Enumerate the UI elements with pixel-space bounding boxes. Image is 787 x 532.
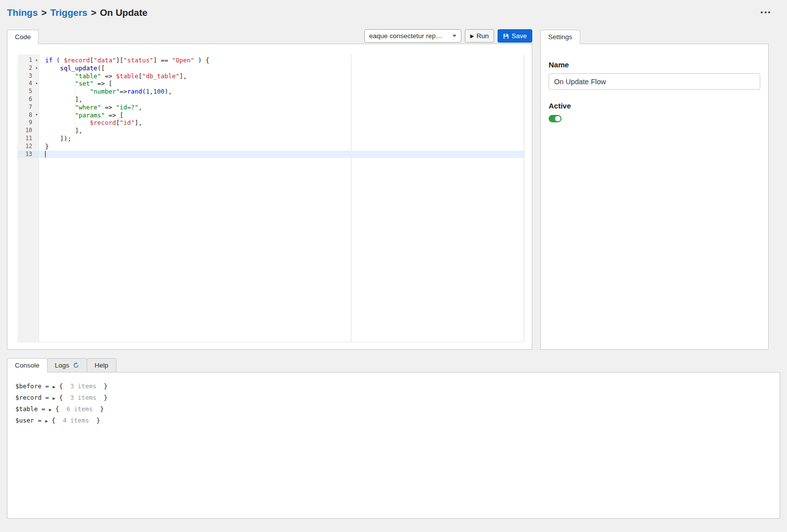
code-token: "id" [120,119,135,126]
editor-line[interactable]: 7 "where" => "id=?", [17,104,524,111]
code-line-text: "table" => $table["db_table"], [39,72,524,80]
console-close-brace: } [89,417,100,424]
gutter-cell: 11 [17,135,39,143]
editor-line[interactable]: 3 "table" => $table["db_table"], [17,72,524,80]
code-token: ) { [194,56,209,64]
settings-header: Settings [540,30,769,44]
code-token: rand [127,88,142,95]
select-caret-icon [452,35,456,37]
code-token: [ [90,56,94,64]
editor-line[interactable]: 13 [17,151,524,159]
line-number: 8 [29,111,32,119]
code-token [45,72,75,80]
toggle-knob-icon [555,116,561,121]
tab-help[interactable]: Help [87,358,116,372]
editor-line[interactable]: 9 $record["id"], [17,119,524,127]
console-var-name: $user [15,417,34,424]
play-icon: ▶ [470,34,474,39]
line-number: 2 [29,64,32,72]
code-token: if [45,56,53,64]
console-equals: = [42,382,53,390]
code-token: ], [45,96,82,103]
editor-line[interactable]: 1▾if ( $record["data"]["status"] == "Ope… [17,56,524,64]
code-token: ], [179,72,187,80]
flow-select[interactable]: eaque consectetur rep… [364,29,461,43]
gutter-cell: 8▾ [17,111,39,119]
tab-logs[interactable]: Logs [47,358,87,372]
console-close-brace: } [93,405,104,413]
console-close-brace: } [96,394,108,401]
gutter-cell: 12 [17,143,39,151]
active-toggle[interactable] [549,115,562,122]
gutter-cell: 1▾ [17,56,39,64]
code-token: [ [116,119,120,126]
editor-line[interactable]: 4▾ "set" => [ [17,80,524,88]
fold-toggle-icon[interactable]: ▾ [32,66,38,70]
gutter-cell: 10 [17,127,39,135]
code-token: "table" [75,72,101,80]
line-number: 10 [25,127,32,135]
console-item-count: 6 items [66,405,93,413]
tab-console[interactable]: Console [7,358,48,372]
line-number: 13 [25,151,32,159]
editor-line[interactable]: 2▾ sql_update([ [17,64,524,72]
code-line-text [39,151,524,159]
gutter-cell: 9 [17,119,39,127]
flow-select-value: eaque consectetur rep… [369,32,450,40]
code-token: "Open" [172,56,194,64]
code-token: "status" [123,56,153,64]
console-equals: = [34,417,46,424]
fold-toggle-icon[interactable]: ▾ [32,82,38,86]
code-token: sql_update [60,64,97,72]
breadcrumb-link-things[interactable]: Things [7,7,38,18]
console-var-name: $record [15,394,42,401]
settings-panel: Name Active [540,44,769,350]
code-token: "number" [90,88,119,95]
name-input[interactable] [549,73,760,90]
code-token: 100 [153,88,165,95]
code-line-text: "where" => "id=?", [39,104,524,111]
code-token [45,104,75,111]
editor-line[interactable]: 11 ]); [17,135,524,143]
main-row: Code eaque consectetur rep… ▶ Run [7,30,780,350]
overflow-menu-icon[interactable] [761,7,780,13]
save-button-label: Save [511,32,527,40]
editor-line[interactable]: 12} [17,143,524,151]
gutter-cell: 2▾ [17,64,39,72]
editor-line[interactable]: 8▾ "params" => [ [17,111,524,119]
gutter-cell: 7 [17,104,39,111]
code-token: => [ [105,111,123,119]
code-section: Code eaque consectetur rep… ▶ Run [7,30,532,350]
console-entry: $user = ▶ { 4 items } [15,415,772,426]
code-line-text: sql_update([ [39,64,524,72]
editor-line[interactable]: 5 "number"=>rand(1,100), [17,88,524,96]
breadcrumb: Things>Triggers>On Update [7,7,148,18]
code-token: , [138,104,142,111]
editor-line[interactable]: 6 ], [17,96,524,104]
console-panel: $before = ▶ { 3 items }$record = ▶ { 3 i… [7,372,780,519]
tab-settings[interactable]: Settings [540,30,580,44]
console-var-name: $before [15,382,42,390]
code-token [45,111,75,119]
code-token: ], [135,119,142,126]
run-button[interactable]: ▶ Run [465,29,494,43]
code-token: ], [45,127,82,134]
code-token: "data" [94,56,116,64]
breadcrumb-link-triggers[interactable]: Triggers [50,7,87,18]
code-header: Code eaque consectetur rep… ▶ Run [7,30,532,44]
gutter-cell: 3 [17,72,39,80]
tab-code[interactable]: Code [7,30,39,44]
save-icon [503,33,509,39]
code-token: "db_table" [142,72,179,80]
fold-toggle-icon[interactable]: ▾ [32,58,38,62]
tab-logs-label: Logs [55,362,69,369]
fold-toggle-icon[interactable]: ▾ [32,113,38,117]
code-editor[interactable]: 1▾if ( $record["data"]["status"] == "Ope… [17,54,524,342]
console-entry: $record = ▶ { 3 items } [15,392,772,404]
line-number: 5 [29,88,32,96]
console-entry: $table = ▶ { 6 items } [15,404,772,415]
editor-line[interactable]: 10 ], [17,127,524,135]
save-button[interactable]: Save [498,29,532,43]
code-token: 1 [146,88,150,95]
code-token: => [ [94,80,112,87]
